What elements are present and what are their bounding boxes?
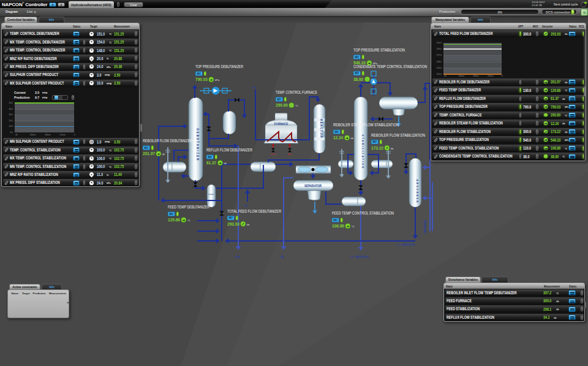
svg-text:t/h: t/h [247,223,250,226]
svg-text:REFLUX FLOW DEBUTANIZER: REFLUX FLOW DEBUTANIZER [206,148,252,152]
svg-text:MV: MV [334,131,339,134]
svg-text:MV: MV [144,147,149,150]
svg-text:REACTOR: REACTOR [320,119,323,139]
svg-text:MV: MV [277,98,282,101]
svg-text:TOTAL FEED FLOW DEBUTANIZER: TOTAL FEED FLOW DEBUTANIZER [227,209,281,213]
svg-text:L - NAPHTHA: L - NAPHTHA [398,243,415,246]
svg-text:H2: H2 [244,204,248,207]
svg-text:REBOILER FLOW DEBUTANIZER: REBOILER FLOW DEBUTANIZER [143,139,192,143]
svg-text:FEED TEMP DEBUTANIZER: FEED TEMP DEBUTANIZER [168,205,209,209]
svg-text:➜: ➜ [345,136,349,140]
svg-text:AIR: AIR [288,153,292,156]
svg-text:293.93: 293.93 [227,222,239,226]
svg-text:61.37: 61.37 [206,161,216,165]
svg-text:FUEL: FUEL [271,153,276,156]
svg-text:FURNACE: FURNACE [274,123,288,126]
svg-text:↓: ↓ [366,77,368,81]
svg-text:173.22: 173.22 [371,146,383,150]
svg-text:FEED TEMP CONTROL STABILIZATIO: FEED TEMP CONTROL STABILIZATION [332,211,394,215]
svg-text:H - NAPHTHA: H - NAPHTHA [351,256,369,259]
svg-text:➜: ➜ [347,224,350,228]
svg-text:TOP PRESSURE DEBUTANIZER: TOP PRESSURE DEBUTANIZER [195,64,243,69]
svg-text:kPa: kPa [215,78,220,82]
svg-text:129.86: 129.86 [168,218,180,222]
svg-text:➜: ➜ [157,152,160,156]
svg-text:H2: H2 [252,86,256,89]
svg-text:TOP PRESSURE STABILIZATION: TOP PRESSURE STABILIZATION [353,48,405,52]
svg-text:MV: MV [333,219,338,222]
svg-text:STABILIZATION: STABILIZATION [361,134,364,169]
svg-text:ABSORBER: ABSORBER [416,179,419,204]
svg-text:NAPHTHA: NAPHTHA [424,219,427,233]
svg-text:SEPARATOR: SEPARATOR [304,185,322,188]
svg-text:↑: ↑ [291,104,293,107]
svg-text:790.03: 790.03 [195,77,208,82]
svg-text:MV: MV [355,56,360,59]
svg-text:➜: ➜ [219,161,222,165]
svg-text:106.86: 106.86 [332,224,344,228]
svg-text:MV: MV [355,72,360,75]
svg-text:t/h: t/h [224,162,227,165]
svg-text:➜: ➜ [183,218,186,222]
svg-text:MV: MV [169,213,174,216]
svg-text:°C: °C [352,225,355,228]
svg-text:290.60: 290.60 [276,103,288,107]
svg-text:t/h: t/h [391,147,394,150]
svg-text:REBOILER FLOW STABILIZATION: REBOILER FLOW STABILIZATION [371,133,425,137]
svg-text:H2: H2 [281,256,284,259]
svg-text:➚: ➚ [242,222,244,226]
svg-text:CONDENSATE TEMP CONTROL STABIL: CONDENSATE TEMP CONTROL STABILIZATION [353,64,427,69]
svg-text:°C: °C [187,219,190,222]
svg-text:°C: °C [295,104,298,107]
svg-text:MV: MV [197,72,202,75]
svg-text:°C: °C [371,78,374,82]
svg-text:38.60: 38.60 [353,77,363,82]
svg-text:DEBUTANIZER: DEBUTANIZER [196,129,199,162]
svg-text:12.24: 12.24 [333,135,343,140]
svg-text:➚: ➚ [386,146,388,150]
svg-text:t/h: t/h [351,137,354,140]
svg-text:201.97: 201.97 [143,151,155,156]
svg-text:REBOILER STEAM FLOW STABILIZAT: REBOILER STEAM FLOW STABILIZATION [333,123,399,127]
svg-text:➜: ➜ [210,78,213,82]
svg-text:MV: MV [208,156,213,159]
svg-text:MV: MV [372,140,377,143]
svg-text:MV: MV [228,216,233,219]
svg-text:t/h: t/h [162,153,165,156]
svg-text:LPG: LPG [235,256,241,259]
svg-text:TEMP. CONTROL FURNACE: TEMP. CONTROL FURNACE [276,90,317,94]
